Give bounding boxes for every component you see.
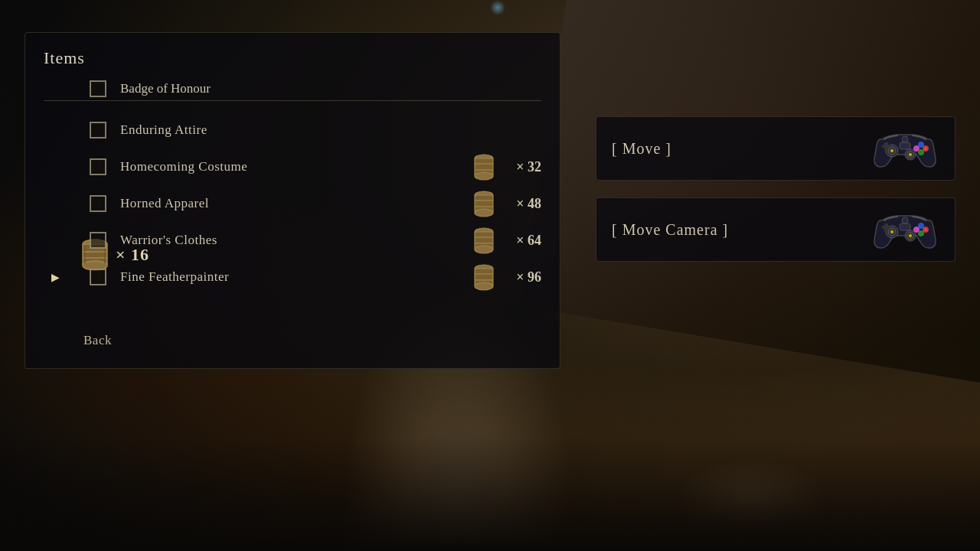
svg-point-42 [902,136,908,142]
list-item: Warrior's Clothes × 64 [90,222,541,259]
svg-rect-47 [884,229,888,232]
list-item: Enduring Attire [90,112,541,148]
item-checkbox-1[interactable] [90,122,106,139]
barrel-icon-4 [472,227,495,254]
svg-point-56 [890,230,893,233]
svg-point-50 [914,227,920,232]
item-cost-amount-5: × 96 [503,269,541,285]
controller-icon-camera [871,205,939,255]
svg-point-40 [890,149,893,152]
item-name-2: Homecoming Costume [120,159,472,174]
svg-point-58 [902,217,908,223]
svg-point-57 [909,234,912,237]
svg-point-48 [919,223,924,228]
item-list: Enduring Attire Homecoming Costume × 32 … [44,112,541,295]
svg-rect-30 [882,145,890,148]
svg-rect-37 [900,142,910,149]
svg-point-19 [475,246,493,253]
move-hint-panel: [ Move ] [596,116,956,181]
panel-title: Items [44,48,541,68]
svg-point-36 [925,147,927,149]
svg-point-34 [914,145,920,151]
item-name-1: Enduring Attire [120,122,541,138]
svg-point-24 [475,282,493,290]
item-cost-amount-3: × 48 [503,196,541,212]
ground-foreground [0,436,980,551]
svg-rect-31 [884,148,888,151]
list-item: Homecoming Costume × 32 [90,148,541,185]
item-cost-2: × 32 [472,154,541,181]
item-cost-amount-4: × 64 [503,233,541,249]
svg-point-35 [919,149,924,155]
item-name-3: Horned Apparel [120,196,472,211]
list-item: ▶ Fine Featherpainter × 96 [90,259,541,295]
svg-point-9 [475,172,493,180]
svg-rect-53 [900,223,910,230]
item-checkbox-5[interactable] [90,269,106,285]
item-checkbox-3[interactable] [90,195,106,212]
item-name-5: Fine Featherpainter [120,269,472,285]
item-cost-4: × 64 [472,227,541,254]
svg-point-41 [909,153,912,156]
barrel-icon-2 [472,154,495,181]
barrel-icon-3 [472,191,495,217]
item-checkbox-2[interactable] [90,158,106,175]
svg-rect-46 [882,226,890,229]
list-item: Horned Apparel × 48 [90,185,541,222]
item-checkbox-4[interactable] [90,232,106,249]
badge-name: Badge of Honour [120,81,211,96]
camera-hint-panel: [ Move Camera ] [596,197,956,262]
item-cost-5: × 96 [472,264,541,291]
svg-point-52 [925,228,927,230]
items-panel: Items Badge of Honour × 16 Enduring Atti… [24,32,560,369]
badge-checkbox[interactable] [90,80,106,97]
barrel-icon-5 [472,264,495,291]
svg-point-51 [919,230,924,236]
back-button[interactable]: Back [83,333,112,348]
move-hint-label: [ Move ] [612,140,671,158]
svg-point-32 [919,142,924,147]
divider [44,100,541,101]
svg-point-14 [475,209,493,217]
badge-row: Badge of Honour [44,80,541,97]
camera-hint-label: [ Move Camera ] [612,221,728,239]
controller-icon-move [871,124,939,174]
item-cost-3: × 48 [472,191,541,217]
item-cost-amount-2: × 32 [503,159,541,175]
selection-arrow: ▶ [51,271,60,284]
item-name-4: Warrior's Clothes [120,233,472,248]
